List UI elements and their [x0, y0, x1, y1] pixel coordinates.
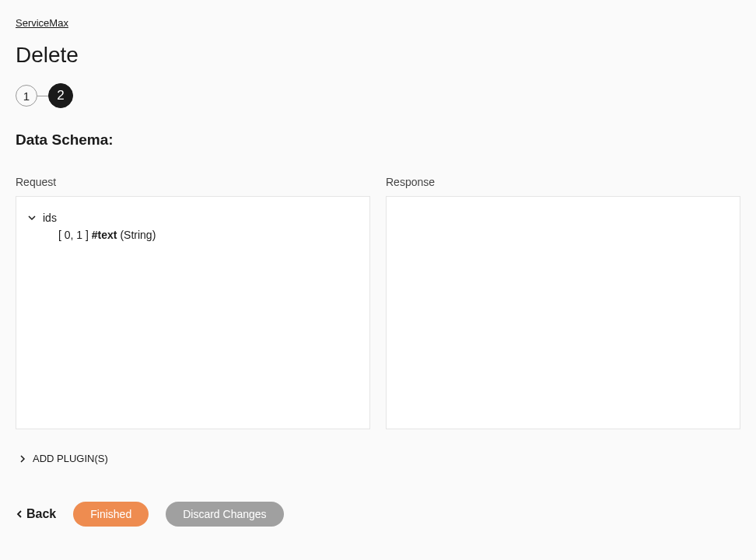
tree-child-name: #text: [92, 229, 117, 241]
finished-button[interactable]: Finished: [73, 502, 149, 527]
request-box: ids [ 0, 1 ] #text (String): [16, 196, 370, 429]
tree-root-ids[interactable]: ids: [27, 209, 359, 226]
schema-container: Request ids [ 0, 1 ] #text (String): [16, 176, 740, 429]
tree-child-text: [ 0, 1 ] #text (String): [27, 226, 359, 243]
footer-actions: Back Finished Discard Changes: [16, 502, 740, 527]
tree-child-spacer: [43, 230, 52, 240]
chevron-right-icon: [19, 455, 26, 463]
response-label: Response: [386, 176, 740, 188]
discard-button[interactable]: Discard Changes: [166, 502, 283, 527]
page-title: Delete: [16, 43, 740, 68]
back-button[interactable]: Back: [16, 507, 56, 521]
request-column: Request ids [ 0, 1 ] #text (String): [16, 176, 370, 429]
step-1[interactable]: 1: [16, 85, 37, 107]
request-label: Request: [16, 176, 370, 188]
tree-root-label: ids: [43, 212, 57, 224]
section-title: Data Schema:: [16, 131, 740, 149]
step-connector: [37, 96, 48, 96]
response-box: [386, 196, 740, 429]
back-label: Back: [26, 507, 56, 521]
tree-child-range: [ 0, 1 ]: [58, 229, 89, 241]
response-column: Response: [386, 176, 740, 429]
add-plugins-label: ADD PLUGIN(S): [33, 453, 108, 464]
add-plugins-toggle[interactable]: ADD PLUGIN(S): [16, 453, 740, 464]
chevron-down-icon: [27, 213, 37, 222]
step-2[interactable]: 2: [48, 83, 73, 108]
tree-child-type: (String): [120, 229, 156, 241]
stepper: 1 2: [16, 83, 740, 108]
breadcrumb-link[interactable]: ServiceMax: [16, 17, 68, 29]
chevron-left-icon: [16, 510, 23, 518]
